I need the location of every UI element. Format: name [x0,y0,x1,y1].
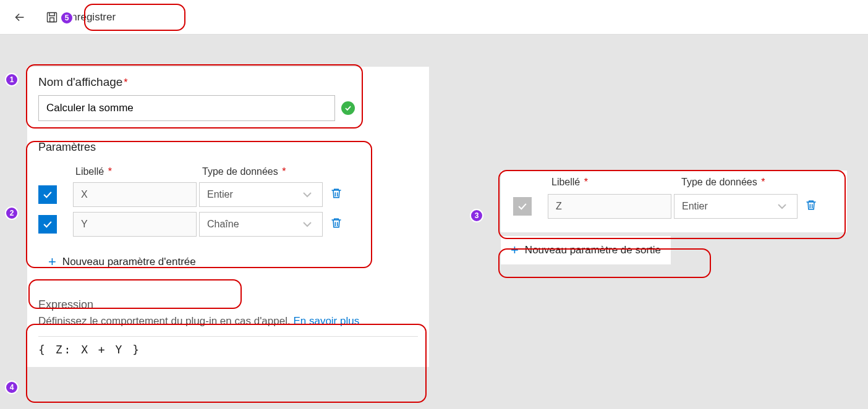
row-checkbox[interactable] [38,215,57,234]
plus-icon: + [48,254,56,270]
add-output-label: Nouveau paramètre de sortie [525,244,661,256]
row-checkbox-disabled [513,197,532,216]
output-row: Entier [513,194,835,219]
validation-ok-icon [341,101,355,115]
left-panel: Nom d'affichage* Paramètres Libellé * Ty… [27,67,429,367]
parameters-section: Paramètres Libellé * Type de données * E… [27,141,429,285]
add-input-param-button[interactable]: + Nouveau paramètre d'entrée [38,248,206,276]
delete-row-button[interactable] [330,187,343,202]
back-button[interactable] [7,5,32,30]
display-name-section: Nom d'affichage* [27,67,429,130]
save-button[interactable]: Enregistrer [37,6,124,28]
display-name-label-text: Nom d'affichage [38,75,122,88]
expression-desc: Définissez le comportement du plug-in en… [38,315,418,327]
parameter-row: Chaîne [38,212,418,237]
svg-rect-1 [50,17,54,22]
param-label-input[interactable] [73,182,197,207]
add-input-label: Nouveau paramètre d'entrée [62,256,196,268]
save-icon [46,11,58,23]
checkmark-icon [516,200,529,213]
right-panel: Libellé * Type de données * Entier + Nou… [501,171,847,264]
expression-title: Expression [38,298,418,311]
trash-icon [805,199,817,211]
expression-section: Expression Définissez le comportement du… [27,285,429,367]
callout-1: 1 [5,73,19,86]
chevron-down-icon [300,217,315,232]
param-label-input[interactable] [73,212,197,237]
checkmark-icon [41,218,54,230]
expression-desc-text: Définissez le comportement du plug-in en… [38,315,293,327]
col-header-type: Type de données * [202,166,332,177]
out-type-select[interactable]: Entier [674,194,798,219]
display-name-input[interactable] [38,95,335,121]
display-name-label: Nom d'affichage* [38,75,418,89]
row-checkbox[interactable] [38,185,57,204]
learn-more-link[interactable]: En savoir plus [293,315,359,327]
delete-row-button[interactable] [805,199,817,214]
chevron-down-icon [775,199,789,214]
plus-icon: + [511,242,519,258]
param-type-value: Entier [207,189,233,200]
param-type-select[interactable]: Chaîne [199,212,323,237]
add-output-param-button[interactable]: + Nouveau paramètre de sortie [501,236,671,264]
arrow-left-icon [13,11,27,24]
trash-icon [330,187,343,200]
callout-3: 3 [470,209,483,222]
delete-row-button[interactable] [330,217,343,232]
required-asterisk: * [124,77,127,88]
col-header-label: Libellé * [75,166,202,177]
expression-editor[interactable]: { Z: X + Y } [38,336,418,356]
trash-icon [330,217,343,229]
parameter-row: Entier [38,182,418,207]
callout-5: 5 [60,11,74,25]
param-type-select[interactable]: Entier [199,182,323,207]
param-type-value: Chaîne [207,219,239,230]
checkmark-icon [41,188,54,201]
chevron-down-icon [300,187,315,202]
out-col-header-label: Libellé * [551,177,681,188]
svg-rect-0 [48,12,57,22]
out-type-value: Entier [682,201,708,212]
out-label-input[interactable] [548,194,671,219]
out-col-header-type: Type de données * [681,177,811,188]
callout-2: 2 [5,206,19,220]
parameters-title: Paramètres [38,141,418,154]
callout-4: 4 [5,381,19,394]
